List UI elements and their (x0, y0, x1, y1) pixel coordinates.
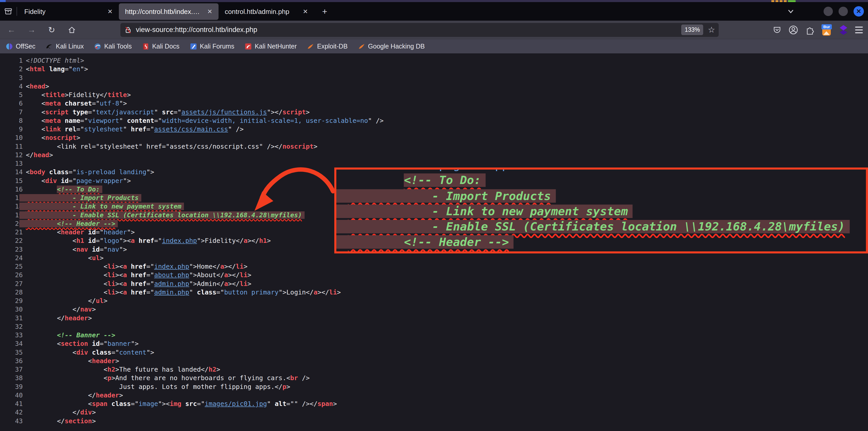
selection-highlight: <!-- Header --> (20, 220, 118, 227)
bookmark-kali-docs[interactable]: Kali Docs (142, 42, 180, 50)
line-number: 33 (0, 331, 23, 339)
code-line: 29 </ul> (0, 297, 868, 305)
line-number: 1 (0, 56, 23, 65)
code-line: 2<html lang="en"> (0, 65, 868, 73)
url-bar[interactable]: view-source:http://control.htb/index.php… (120, 23, 719, 37)
bookmark-kali-forums[interactable]: Kali Forums (190, 42, 234, 50)
tab-close-icon[interactable]: ✕ (301, 8, 309, 15)
account-icon[interactable] (788, 25, 798, 35)
exploit-db-icon (307, 43, 314, 50)
tab-separator (17, 7, 17, 16)
line-number: 26 (0, 271, 23, 279)
line-number: 31 (0, 314, 23, 322)
line-number: 27 (0, 279, 23, 288)
code-line: <div id="page-wrapper"> (334, 167, 850, 173)
code-line: 32 (0, 322, 868, 331)
bookmark-star-icon[interactable]: ☆ (708, 25, 715, 35)
bookmark-label: Kali Linux (56, 42, 84, 50)
tray-icon (776, 0, 778, 2)
selection-highlight: - Enable SSL (Certificates location \\19… (20, 211, 305, 219)
browser-window: Fidelity ✕ http://control.htb/index.php … (0, 0, 868, 431)
bookmark-google-hacking-db[interactable]: Google Hacking DB (358, 42, 425, 50)
insecure-lock-icon[interactable] (124, 26, 132, 34)
code-line: 41 <span class="image"><img src="images/… (0, 399, 868, 408)
code-line: 6 <meta charset="utf-8"> (0, 99, 868, 108)
extensions-puzzle-icon[interactable] (805, 25, 815, 35)
selection-highlight: <!-- To Do: (57, 186, 102, 193)
tab-admin-php[interactable]: control.htb/admin.php ✕ (219, 3, 314, 20)
code-line: 35 <div class="content"> (0, 348, 868, 357)
minimize-button[interactable] (824, 7, 833, 16)
burp-extension-icon[interactable]: Bur (822, 24, 832, 36)
tab-fidelity[interactable]: Fidelity ✕ (18, 3, 119, 20)
code-line: - Enable SSL (Certificates location \\19… (334, 219, 850, 234)
code-line: 28 <li><a href="admin.php" class="button… (0, 288, 868, 297)
magnified-code: <div id="page-wrapper"> <!-- To Do: - Im… (334, 167, 850, 254)
tray-icon (780, 0, 782, 2)
code-line: 11 <link rel="stylesheet" href="assets/c… (0, 142, 868, 151)
maximize-button[interactable] (839, 7, 848, 16)
line-number: 35 (0, 348, 23, 357)
code-line: 24 <ul> (0, 254, 868, 262)
line-number: 16 (0, 185, 23, 194)
line-number: 43 (0, 417, 23, 425)
tab-close-icon[interactable]: ✕ (206, 8, 214, 15)
code-line: 31 </header> (0, 314, 868, 322)
code-line: <header id="header"> (334, 250, 850, 254)
line-number: 40 (0, 391, 23, 399)
code-line: 39 Just apps. Lots of mother flipping ap… (0, 383, 868, 391)
back-button[interactable]: ← (6, 25, 17, 35)
new-tab-button[interactable]: + (318, 4, 332, 18)
tab-close-icon[interactable]: ✕ (106, 8, 114, 15)
line-number: 8 (0, 117, 23, 125)
selection-highlight: - Import Products (20, 194, 141, 202)
code-line: 27 <li><a href="admin.php">Admin</a></li… (0, 279, 868, 288)
line-number: 9 (0, 125, 23, 133)
code-line: 12</head> (0, 151, 868, 159)
url-text[interactable]: view-source:http://control.htb/index.php (136, 26, 681, 34)
bookmark-kali-tools[interactable]: Kali Tools (94, 42, 132, 50)
code-line: - Import Products (334, 188, 850, 204)
tab-title: http://control.htb/index.php (125, 8, 203, 16)
tab-title: control.htb/admin.php (225, 8, 299, 16)
home-button[interactable] (66, 26, 78, 34)
code-line: 26 <li><a href="about.php">About</a></li… (0, 271, 868, 279)
purple-diamond-extension-icon[interactable] (839, 25, 848, 35)
burp-badge-label: Bur (822, 24, 832, 29)
line-number: 10 (0, 133, 23, 142)
code-line: 9 <link rel="stylesheet" href="assets/cs… (0, 125, 868, 133)
firefox-view-icon (4, 7, 13, 16)
reload-button[interactable]: ↻ (46, 25, 57, 35)
firefox-view-button[interactable] (0, 4, 17, 19)
hamburger-menu-icon[interactable] (855, 27, 863, 33)
kali-dragon-icon (46, 43, 53, 50)
kali-forums-icon (190, 43, 197, 50)
bookmark-offsec[interactable]: OffSec (6, 42, 35, 50)
bookmark-label: Kali Tools (104, 42, 132, 50)
os-top-strip (0, 0, 868, 2)
tab-index-php-active[interactable]: http://control.htb/index.php ✕ (119, 3, 219, 20)
kali-tools-icon (94, 43, 101, 50)
bookmark-kali-nethunter[interactable]: Kali NetHunter (245, 42, 297, 50)
code-line: 36 <header> (0, 357, 868, 365)
system-tray (771, 0, 796, 2)
window-close-button[interactable]: ✕ (854, 6, 864, 16)
line-number: 7 (0, 108, 23, 117)
code-line: <!-- To Do: (334, 173, 850, 188)
line-number: 39 (0, 383, 23, 391)
zoom-level-badge[interactable]: 133% (681, 25, 703, 35)
bookmark-kali-linux[interactable]: Kali Linux (46, 42, 84, 50)
offsec-icon (6, 43, 13, 50)
bookmark-exploit-db[interactable]: Exploit-DB (307, 42, 347, 50)
pocket-icon[interactable] (772, 25, 782, 35)
bookmark-label: Exploit-DB (317, 42, 347, 50)
code-line: 8 <meta name="viewport" content="width=d… (0, 117, 868, 125)
line-number: 6 (0, 99, 23, 108)
line-number: 34 (0, 339, 23, 348)
bookmark-label: OffSec (16, 42, 35, 50)
line-number: 11 (0, 142, 23, 151)
battery-indicator (788, 0, 796, 2)
line-number: 36 (0, 357, 23, 365)
forward-button[interactable]: → (26, 25, 37, 35)
list-all-tabs-chevron-icon[interactable] (787, 7, 795, 15)
